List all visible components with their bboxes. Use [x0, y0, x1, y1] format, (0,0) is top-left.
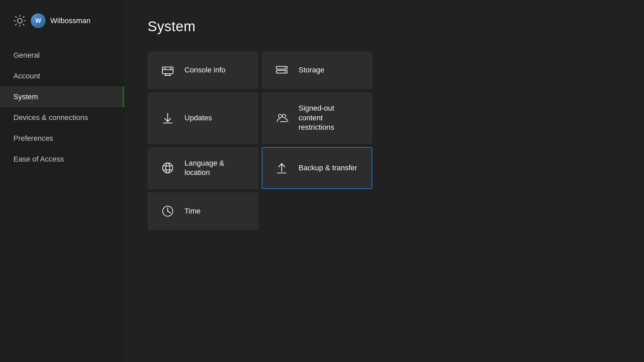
sidebar-username: Wilbossman	[50, 16, 91, 25]
svg-point-3	[170, 68, 171, 69]
svg-point-25	[167, 210, 168, 212]
language-location-tile[interactable]: Language & location	[148, 147, 258, 189]
sidebar-nav: General Account System Devices & connect…	[0, 45, 124, 170]
sidebar-item-system[interactable]: System	[0, 86, 124, 107]
settings-grid: Console info Storage	[148, 51, 621, 230]
sidebar-user-section: W Wilbossman	[0, 13, 124, 28]
updates-icon	[160, 111, 175, 125]
console-icon	[160, 63, 175, 77]
updates-label: Updates	[184, 113, 212, 123]
sidebar-item-account[interactable]: Account	[0, 66, 124, 86]
avatar: W	[31, 13, 46, 28]
console-info-label: Console info	[184, 65, 225, 75]
svg-rect-0	[162, 67, 173, 74]
storage-icon	[274, 63, 289, 77]
signed-out-icon	[274, 111, 289, 125]
time-tile[interactable]: Time	[148, 192, 258, 230]
svg-point-9	[285, 67, 286, 68]
svg-point-14	[282, 114, 286, 118]
globe-icon	[160, 161, 175, 175]
sidebar-item-preferences[interactable]: Preferences	[0, 128, 124, 149]
sidebar-item-ease-of-access[interactable]: Ease of Access	[0, 149, 124, 170]
backup-icon	[274, 161, 289, 175]
backup-transfer-tile[interactable]: Backup & transfer	[262, 147, 372, 189]
language-location-label: Language & location	[184, 159, 246, 178]
main-content: System Console info	[124, 0, 644, 362]
time-icon	[160, 204, 175, 219]
svg-point-16	[163, 163, 173, 173]
storage-tile[interactable]: Storage	[262, 51, 372, 89]
sidebar-item-general[interactable]: General	[0, 45, 124, 66]
signed-out-content-tile[interactable]: Signed-out content restrictions	[262, 92, 372, 144]
sidebar-item-devices-connections[interactable]: Devices & connections	[0, 107, 124, 128]
backup-transfer-label: Backup & transfer	[299, 163, 357, 173]
storage-label: Storage	[299, 65, 324, 75]
svg-point-13	[278, 114, 282, 118]
gear-icon	[13, 14, 26, 27]
svg-point-10	[285, 71, 286, 72]
svg-point-17	[166, 163, 170, 173]
time-label: Time	[184, 206, 201, 216]
updates-tile[interactable]: Updates	[148, 92, 258, 144]
sidebar: W Wilbossman General Account System Devi…	[0, 0, 124, 362]
signed-out-content-label: Signed-out content restrictions	[299, 104, 360, 132]
console-info-tile[interactable]: Console info	[148, 51, 258, 89]
page-title: System	[148, 18, 621, 35]
